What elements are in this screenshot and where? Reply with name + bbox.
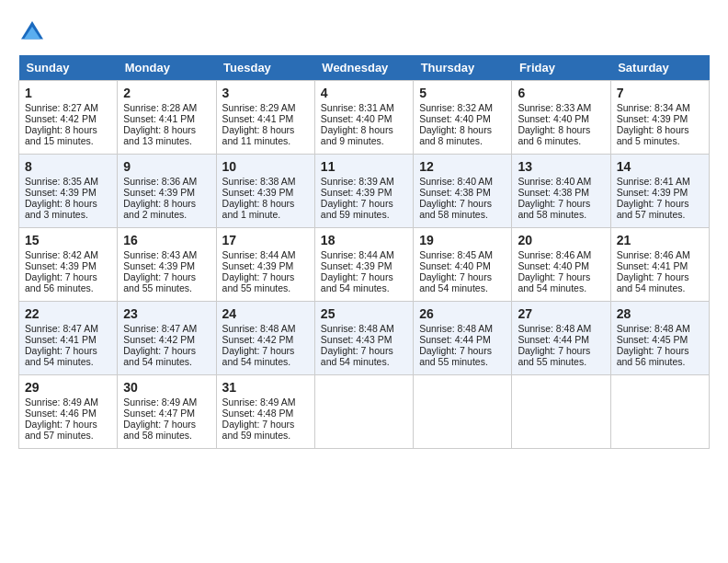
calendar-cell: 20Sunrise: 8:46 AMSunset: 4:40 PMDayligh… <box>512 228 610 302</box>
calendar-cell: 31Sunrise: 8:49 AMSunset: 4:48 PMDayligh… <box>216 375 314 449</box>
day-info-line: Daylight: 7 hours <box>25 345 111 356</box>
day-info-line: Daylight: 7 hours <box>123 345 210 356</box>
day-info-line: and 54 minutes. <box>419 282 506 293</box>
day-info-line: and 8 minutes. <box>419 135 506 146</box>
calendar-cell: 24Sunrise: 8:48 AMSunset: 4:42 PMDayligh… <box>216 302 314 375</box>
day-info-line: Sunset: 4:39 PM <box>222 260 309 271</box>
calendar-cell: 5Sunrise: 8:32 AMSunset: 4:40 PMDaylight… <box>414 81 512 155</box>
day-number: 7 <box>617 86 703 100</box>
day-info-line: Sunset: 4:41 PM <box>25 334 111 345</box>
day-info-line: Daylight: 8 hours <box>222 198 309 209</box>
day-info-line: Daylight: 7 hours <box>419 345 506 356</box>
day-info-line: Sunset: 4:47 PM <box>123 408 210 419</box>
day-info-line: Sunrise: 8:42 AM <box>25 249 111 260</box>
day-number: 2 <box>123 86 210 100</box>
day-number: 30 <box>123 380 210 395</box>
day-info-line: Sunrise: 8:28 AM <box>123 102 210 113</box>
day-info-line: Sunrise: 8:46 AM <box>617 249 703 260</box>
day-info-line: and 54 minutes. <box>222 356 309 367</box>
day-info-line: Daylight: 8 hours <box>222 124 309 135</box>
calendar-cell: 8Sunrise: 8:35 AMSunset: 4:39 PMDaylight… <box>19 155 118 228</box>
day-info-line: Sunset: 4:38 PM <box>518 187 604 198</box>
day-info-line: Sunrise: 8:39 AM <box>321 176 407 187</box>
day-number: 18 <box>321 233 407 247</box>
day-number: 10 <box>222 159 309 174</box>
day-info-line: Sunset: 4:39 PM <box>25 260 111 271</box>
day-info-line: and 54 minutes. <box>321 282 407 293</box>
weekday-header-monday: Monday <box>118 55 216 81</box>
day-info-line: and 54 minutes. <box>518 282 604 293</box>
page-header <box>18 18 710 46</box>
calendar-cell: 25Sunrise: 8:48 AMSunset: 4:43 PMDayligh… <box>314 302 413 375</box>
day-info-line: Daylight: 7 hours <box>617 271 703 282</box>
day-number: 8 <box>25 159 111 174</box>
calendar-cell: 10Sunrise: 8:38 AMSunset: 4:39 PMDayligh… <box>216 155 314 228</box>
day-info-line: and 3 minutes. <box>25 209 111 220</box>
calendar-cell: 2Sunrise: 8:28 AMSunset: 4:41 PMDaylight… <box>118 81 216 155</box>
day-info-line: Sunrise: 8:45 AM <box>419 249 506 260</box>
day-number: 14 <box>617 159 703 174</box>
day-info-line: and 2 minutes. <box>123 209 210 220</box>
calendar-cell: 27Sunrise: 8:48 AMSunset: 4:44 PMDayligh… <box>512 302 610 375</box>
day-info-line: Daylight: 8 hours <box>25 124 111 135</box>
calendar-week-row: 8Sunrise: 8:35 AMSunset: 4:39 PMDaylight… <box>19 155 710 228</box>
day-info-line: Sunrise: 8:34 AM <box>617 102 703 113</box>
day-info-line: and 11 minutes. <box>222 135 309 146</box>
day-info-line: Sunrise: 8:48 AM <box>222 323 309 334</box>
calendar-cell: 30Sunrise: 8:49 AMSunset: 4:47 PMDayligh… <box>118 375 216 449</box>
day-info-line: Sunrise: 8:27 AM <box>25 102 111 113</box>
day-info-line: Sunrise: 8:47 AM <box>123 323 210 334</box>
day-info-line: and 58 minutes. <box>123 430 210 441</box>
day-info-line: Daylight: 7 hours <box>419 271 506 282</box>
day-info-line: Daylight: 7 hours <box>617 198 703 209</box>
day-info-line: Sunset: 4:41 PM <box>123 113 210 124</box>
day-info-line: Sunrise: 8:40 AM <box>419 176 506 187</box>
day-info-line: and 57 minutes. <box>25 430 111 441</box>
day-info-line: and 54 minutes. <box>617 282 703 293</box>
day-info-line: Daylight: 7 hours <box>222 419 309 430</box>
day-info-line: Sunset: 4:48 PM <box>222 408 309 419</box>
day-number: 1 <box>25 86 111 100</box>
day-info-line: and 54 minutes. <box>123 356 210 367</box>
calendar-cell: 16Sunrise: 8:43 AMSunset: 4:39 PMDayligh… <box>118 228 216 302</box>
day-info-line: Sunrise: 8:48 AM <box>518 323 604 334</box>
day-info-line: Sunrise: 8:49 AM <box>222 396 309 408</box>
day-info-line: Sunset: 4:40 PM <box>419 260 506 271</box>
day-number: 20 <box>518 233 604 247</box>
day-info-line: Daylight: 7 hours <box>518 198 604 209</box>
day-info-line: Daylight: 8 hours <box>419 124 506 135</box>
day-number: 27 <box>518 306 604 321</box>
day-info-line: Sunset: 4:43 PM <box>321 334 407 345</box>
day-info-line: Sunset: 4:39 PM <box>25 187 111 198</box>
day-info-line: Daylight: 7 hours <box>419 198 506 209</box>
calendar-cell: 29Sunrise: 8:49 AMSunset: 4:46 PMDayligh… <box>19 375 118 449</box>
day-info-line: Daylight: 7 hours <box>123 419 210 430</box>
calendar-cell: 4Sunrise: 8:31 AMSunset: 4:40 PMDaylight… <box>314 81 413 155</box>
day-info-line: Sunset: 4:45 PM <box>617 334 703 345</box>
day-info-line: Daylight: 8 hours <box>321 124 407 135</box>
day-info-line: Sunrise: 8:41 AM <box>617 176 703 187</box>
day-info-line: Sunset: 4:39 PM <box>222 187 309 198</box>
day-info-line: Daylight: 7 hours <box>123 271 210 282</box>
day-info-line: and 15 minutes. <box>25 135 111 146</box>
day-info-line: Daylight: 7 hours <box>518 345 604 356</box>
calendar-week-row: 29Sunrise: 8:49 AMSunset: 4:46 PMDayligh… <box>19 375 710 449</box>
calendar-cell <box>512 375 610 449</box>
day-info-line: Daylight: 8 hours <box>25 198 111 209</box>
calendar-cell: 26Sunrise: 8:48 AMSunset: 4:44 PMDayligh… <box>414 302 512 375</box>
day-number: 21 <box>617 233 703 247</box>
day-info-line: and 13 minutes. <box>123 135 210 146</box>
day-info-line: Sunrise: 8:43 AM <box>123 249 210 260</box>
day-info-line: Daylight: 7 hours <box>222 345 309 356</box>
day-number: 13 <box>518 159 604 174</box>
day-info-line: Sunset: 4:41 PM <box>222 113 309 124</box>
calendar-cell <box>610 375 709 449</box>
day-info-line: Sunset: 4:42 PM <box>123 334 210 345</box>
calendar-cell: 19Sunrise: 8:45 AMSunset: 4:40 PMDayligh… <box>414 228 512 302</box>
calendar-cell: 12Sunrise: 8:40 AMSunset: 4:38 PMDayligh… <box>414 155 512 228</box>
day-info-line: Sunrise: 8:48 AM <box>419 323 506 334</box>
calendar-cell: 3Sunrise: 8:29 AMSunset: 4:41 PMDaylight… <box>216 81 314 155</box>
day-info-line: Daylight: 8 hours <box>617 124 703 135</box>
day-info-line: Daylight: 7 hours <box>25 271 111 282</box>
day-info-line: and 56 minutes. <box>25 282 111 293</box>
